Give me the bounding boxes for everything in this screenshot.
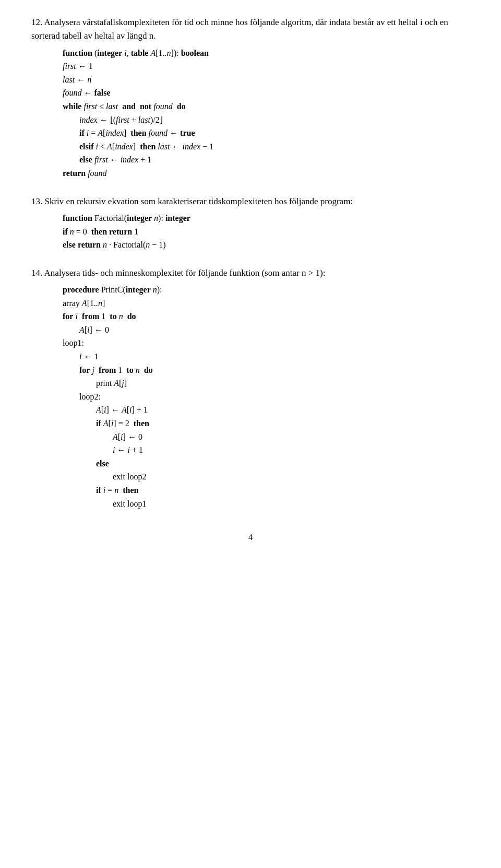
code-line-while: while first ≤ last and not found do [63,100,470,113]
code-line-found-false: found ← false [63,86,470,100]
code-printc-exit-loop2: exit loop2 [113,470,470,484]
problem-12-text: Analysera värstafallskomplexiteten för t… [31,17,448,41]
code-printc-ai0: A[i] ← 0 [79,323,470,337]
code-line-index: index ← ⌊(first + last)/2⌋ [79,113,470,127]
code-printc-exit-loop1: exit loop1 [113,497,470,511]
code-printc-sig: procedure PrintC(integer n): [63,283,470,297]
problem-14: 14. Analysera tids- och minneskomplexite… [31,266,470,510]
code-factorial-else: else return n · Factorial(n − 1) [63,238,470,252]
code-factorial-if: if n = 0 then return 1 [63,225,470,239]
code-line-elsif: elsif i < A[index] then last ← index − 1 [79,140,470,154]
problem-14-text: Analysera tids- och minneskomplexitet fö… [44,268,326,278]
problem-14-number: 14. [31,268,42,278]
code-printc-print: print A[j] [96,377,470,390]
code-printc-else: else [96,457,470,471]
code-printc-for1: for i from 1 to n do [63,310,470,323]
page-number: 4 [31,531,470,544]
problem-12-header: 12. Analysera värstafallskomplexiteten f… [31,16,470,43]
problem-13-header: 13. Skriv en rekursiv ekvation som karak… [31,195,470,208]
code-printc-if-in: if i = n then [96,484,470,497]
code-printc-i-inc: i ← i + 1 [113,443,470,457]
problem-14-header: 14. Analysera tids- och minneskomplexite… [31,266,470,280]
code-line-if-found: if i = A[index] then found ← true [79,126,470,140]
problem-13-number: 13. [31,196,42,206]
problem-13-text: Skriv en rekursiv ekvation som karakteri… [45,196,353,206]
code-printc-ai-inc: A[i] ← A[i] + 1 [96,403,470,417]
problem-12-code: function (integer i, table A[1..n]): boo… [63,46,470,180]
code-printc-loop2-label: loop2: [79,390,470,404]
code-line-else-first: else first ← index + 1 [79,153,470,167]
problem-12-number: 12. [31,17,42,27]
code-line-return-found: return found [63,167,470,180]
code-printc-array: array A[1..n] [63,297,470,310]
code-factorial-sig: function Factorial(integer n): integer [63,212,470,225]
problem-12: 12. Analysera värstafallskomplexiteten f… [31,16,470,180]
code-printc-ai-reset: A[i] ← 0 [113,430,470,444]
code-printc-if-ai2: if A[i] = 2 then [96,417,470,430]
code-line-last: last ← n [63,73,470,87]
code-line-first: first ← 1 [63,60,470,73]
problem-14-code: procedure PrintC(integer n): array A[1..… [63,283,470,510]
code-printc-i1: i ← 1 [79,350,470,363]
code-printc-forj: for j from 1 to n do [79,363,470,377]
problem-13-code: function Factorial(integer n): integer i… [63,212,470,252]
problem-13: 13. Skriv en rekursiv ekvation som karak… [31,195,470,252]
code-printc-loop1-label: loop1: [63,336,470,350]
code-line-1: function (integer i, table A[1..n]): boo… [63,46,470,60]
